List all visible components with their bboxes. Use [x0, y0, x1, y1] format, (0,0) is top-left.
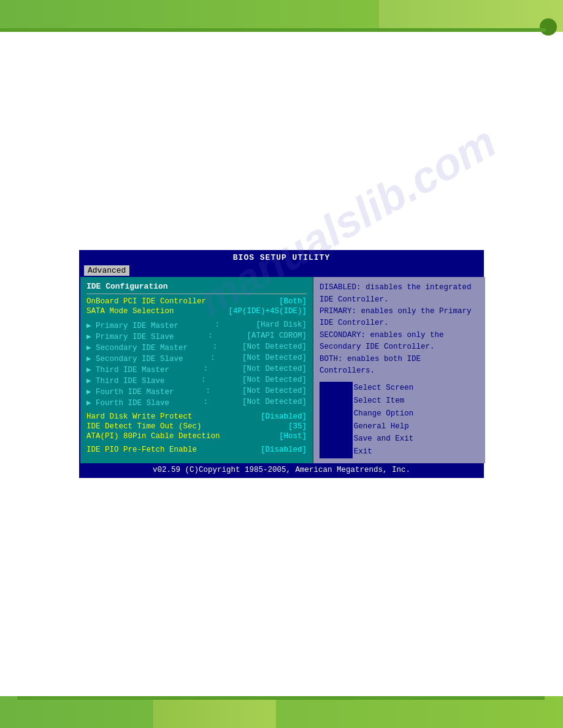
row-value: [Host] [279, 432, 307, 441]
bios-help-text: DISABLED: disables the integrated IDE Co… [320, 282, 479, 377]
bios-divider [86, 294, 307, 294]
nav-row: +- Change Option [320, 408, 479, 420]
bios-nav-table: ← Select Screen ↑↓ Select Item +- Change… [320, 382, 479, 458]
nav-label: Select Screen [353, 382, 479, 395]
nav-key: ESC [320, 446, 353, 458]
nav-row: F1 General Help [320, 420, 479, 433]
nav-label: Save and Exit [353, 433, 479, 446]
sub-colon: : [204, 365, 209, 374]
sub-label: ▶ Primary IDE Slave [86, 332, 174, 341]
sub-label: ▶ Third IDE Slave [86, 376, 165, 385]
row-label: SATA Mode Selection [86, 307, 174, 316]
nav-row: F10 Save and Exit [320, 433, 479, 446]
bios-menu-bar: Advanced [80, 264, 483, 277]
nav-label: Exit [353, 446, 479, 458]
sub-value: [Hard Disk] [256, 320, 307, 330]
nav-key: F1 [320, 420, 353, 433]
bottom-bar-middle [153, 696, 276, 728]
table-row: IDE Detect Time Out (Sec) [35] [86, 422, 307, 431]
table-row: ATA(PI) 80Pin Cable Detection [Host] [86, 431, 307, 441]
row-label: ATA(PI) 80Pin Cable Detection [86, 432, 220, 441]
table-row: SATA Mode Selection [4P(IDE)+4S(IDE)] [86, 306, 307, 316]
row-label: OnBoard PCI IDE Controller [86, 297, 206, 306]
list-item[interactable]: ▶ Fourth IDE Slave : [Not Detected] [86, 397, 307, 408]
nav-key: F10 [320, 433, 353, 446]
row-label: IDE Detect Time Out (Sec) [86, 422, 202, 431]
row-label: IDE PIO Pre-Fetch Enable [86, 446, 197, 454]
sub-label: ▶ Primary IDE Master [86, 320, 178, 330]
nav-label: General Help [353, 420, 479, 433]
main-content: BIOS SETUP UTILITY Advanced IDE Configur… [0, 32, 563, 696]
bios-right-panel: DISABLED: disables the integrated IDE Co… [313, 277, 485, 463]
row-value: [Both] [279, 297, 307, 306]
bios-title: BIOS SETUP UTILITY [80, 251, 483, 264]
sub-value: [Not Detected] [242, 365, 307, 374]
nav-label: Change Option [353, 408, 479, 420]
row-value: [35] [288, 422, 307, 431]
sub-colon: : [206, 387, 211, 396]
sub-value: [Not Detected] [242, 398, 307, 408]
row-label: Hard Disk Write Protect [86, 412, 193, 421]
nav-row: ← Select Screen [320, 382, 479, 395]
nav-row: ESC Exit [320, 446, 479, 458]
sub-label: ▶ Fourth IDE Master [86, 387, 174, 396]
top-bar-accent [379, 0, 563, 32]
nav-key: ← [320, 382, 353, 395]
sub-colon: : [204, 398, 209, 408]
bottom-bar-line [17, 696, 545, 700]
list-item[interactable]: ▶ Fourth IDE Master : [Not Detected] [86, 386, 307, 397]
nav-row: ↑↓ Select Item [320, 395, 479, 408]
sub-colon: : [208, 332, 213, 341]
list-item[interactable]: ▶ Third IDE Master : [Not Detected] [86, 364, 307, 375]
list-item[interactable]: ▶ Secondary IDE Master : [Not Detected] [86, 342, 307, 353]
sub-label: ▶ Fourth IDE Slave [86, 398, 169, 408]
list-item[interactable]: ▶ Third IDE Slave : [Not Detected] [86, 375, 307, 386]
top-bar [0, 0, 563, 32]
bios-screen: BIOS SETUP UTILITY Advanced IDE Configur… [79, 250, 484, 478]
sub-value: [ATAPI CDROM] [247, 332, 307, 341]
bios-section-title: IDE Configuration [86, 282, 307, 291]
sub-value: [Not Detected] [242, 354, 307, 363]
table-row: OnBoard PCI IDE Controller [Both] [86, 297, 307, 306]
top-bar-circle [540, 18, 557, 36]
bios-main-panel: IDE Configuration OnBoard PCI IDE Contro… [80, 277, 483, 463]
list-item[interactable]: ▶ Secondary IDE Slave : [Not Detected] [86, 353, 307, 364]
row-value: [Disabled] [261, 412, 307, 421]
sub-value: [Not Detected] [242, 387, 307, 396]
bottom-bar [0, 696, 563, 728]
top-bar-line [0, 28, 546, 32]
sub-label: ▶ Secondary IDE Slave [86, 354, 183, 363]
sub-colon: : [215, 320, 220, 330]
row-value: [4P(IDE)+4S(IDE)] [228, 307, 307, 316]
sub-colon: : [213, 343, 218, 352]
bios-footer: v02.59 (C)Copyright 1985-2005, American … [80, 463, 483, 477]
sub-colon: : [210, 354, 215, 363]
nav-key: ↑↓ [320, 395, 353, 408]
list-item[interactable]: ▶ Primary IDE Slave : [ATAPI CDROM] [86, 331, 307, 342]
list-item[interactable]: ▶ Primary IDE Master : [Hard Disk] [86, 320, 307, 331]
table-row: IDE PIO Pre-Fetch Enable [Disabled] [86, 445, 307, 455]
bios-left-panel: IDE Configuration OnBoard PCI IDE Contro… [80, 277, 313, 463]
sub-label: ▶ Secondary IDE Master [86, 343, 188, 352]
sub-value: [Not Detected] [242, 376, 307, 385]
nav-label: Select Item [353, 395, 479, 408]
bios-menu-advanced[interactable]: Advanced [84, 265, 129, 276]
nav-key: +- [320, 408, 353, 420]
sub-value: [Not Detected] [242, 343, 307, 352]
row-value: [Disabled] [261, 446, 307, 454]
table-row: Hard Disk Write Protect [Disabled] [86, 412, 307, 422]
sub-colon: : [201, 376, 206, 385]
sub-label: ▶ Third IDE Master [86, 365, 169, 374]
